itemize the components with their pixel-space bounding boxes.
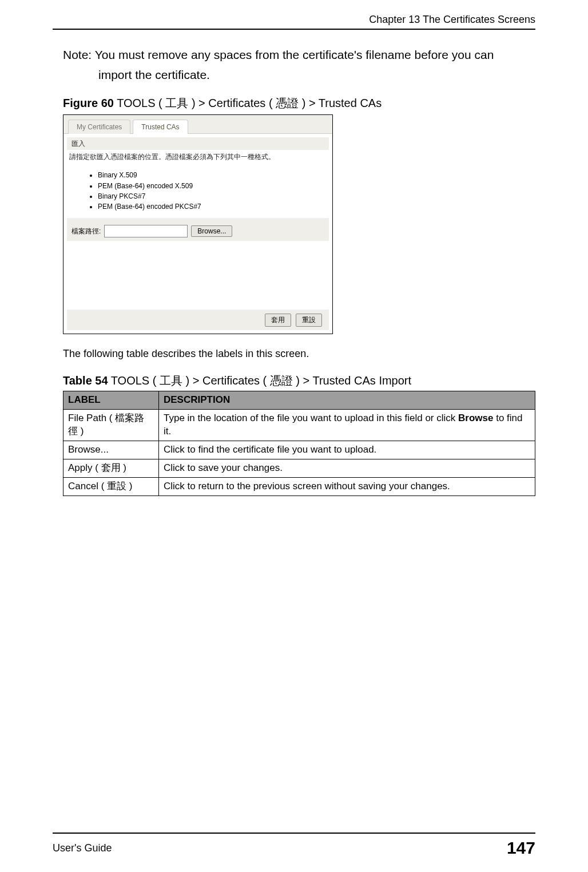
figure-caption-text: TOOLS ( 工具 ) > Certificates ( 憑證 ) > Tru… [117, 97, 382, 109]
footer-rule [53, 833, 535, 834]
import-instruction: 請指定欲匯入憑證檔案的位置。憑證檔案必須為下列其中一種格式。 [63, 150, 332, 164]
chapter-header: Chapter 13 The Certificates Screens [53, 13, 535, 29]
apply-button[interactable]: 套用 [265, 314, 291, 327]
col-description: DESCRIPTION [159, 391, 535, 410]
footer-guide: User's Guide [53, 841, 112, 855]
row-file-path-desc-bold: Browse [458, 413, 493, 423]
label-description-table: LABEL DESCRIPTION File Path ( 檔案路徑 ) Typ… [63, 391, 535, 496]
header-rule [53, 29, 535, 30]
tab-my-certificates[interactable]: My Certificates [68, 120, 130, 134]
import-section-header: 匯入 [67, 137, 329, 150]
format-binary-pkcs7: Binary PKCS#7 [98, 192, 332, 201]
row-apply-label: Apply ( 套用 ) [63, 459, 159, 478]
tab-trusted-cas[interactable]: Trusted CAs [133, 120, 188, 134]
row-file-path-desc-prefix: Type in the location of the file you wan… [164, 413, 458, 423]
note-line-2: import the certificate. [98, 67, 535, 83]
table-row: Cancel ( 重設 ) Click to return to the pre… [63, 478, 535, 496]
format-pem-pkcs7: PEM (Base-64) encoded PKCS#7 [98, 202, 332, 211]
table-row: Browse... Click to find the certificate … [63, 441, 535, 459]
table-caption: Table 54 TOOLS ( 工具 ) > Certificates ( 憑… [63, 373, 535, 389]
file-path-row: 檔案路徑: Browse... [67, 218, 329, 241]
col-label: LABEL [63, 391, 159, 410]
page-number: 147 [507, 837, 535, 860]
row-apply-desc: Click to save your changes. [159, 459, 535, 478]
figure-caption: Figure 60 TOOLS ( 工具 ) > Certificates ( … [63, 96, 535, 111]
row-file-path-desc: Type in the location of the file you wan… [159, 410, 535, 441]
format-binary-x509: Binary X.509 [98, 171, 332, 180]
panel-whitespace [67, 241, 329, 310]
table-row: Apply ( 套用 ) Click to save your changes. [63, 459, 535, 478]
format-list: Binary X.509 PEM (Base-64) encoded X.509… [63, 164, 332, 218]
row-browse-desc: Click to find the certificate file you w… [159, 441, 535, 459]
note-line-1: Note: You must remove any spaces from th… [63, 47, 535, 63]
file-path-label: 檔案路徑: [71, 227, 101, 236]
table-header-row: LABEL DESCRIPTION [63, 391, 535, 410]
row-browse-label: Browse... [63, 441, 159, 459]
figure-caption-number: Figure 60 [63, 97, 114, 109]
file-path-input[interactable] [104, 225, 188, 237]
browse-button[interactable]: Browse... [191, 225, 232, 237]
trusted-cas-screenshot: My Certificates Trusted CAs 匯入 請指定欲匯入憑證檔… [63, 114, 333, 334]
table-intro: The following table describes the labels… [63, 347, 535, 360]
table-row: File Path ( 檔案路徑 ) Type in the location … [63, 410, 535, 441]
cancel-button[interactable]: 重設 [296, 314, 322, 327]
panel-body: 匯入 請指定欲匯入憑證檔案的位置。憑證檔案必須為下列其中一種格式。 Binary… [63, 137, 332, 330]
format-pem-x509: PEM (Base-64) encoded X.509 [98, 181, 332, 191]
action-bar: 套用 重設 [67, 310, 329, 330]
row-cancel-desc: Click to return to the previous screen w… [159, 478, 535, 496]
table-caption-number: Table 54 [63, 374, 108, 387]
row-file-path-label: File Path ( 檔案路徑 ) [63, 410, 159, 441]
row-cancel-label: Cancel ( 重設 ) [63, 478, 159, 496]
tab-bar: My Certificates Trusted CAs [63, 115, 332, 134]
table-caption-text: TOOLS ( 工具 ) > Certificates ( 憑證 ) > Tru… [111, 374, 411, 387]
